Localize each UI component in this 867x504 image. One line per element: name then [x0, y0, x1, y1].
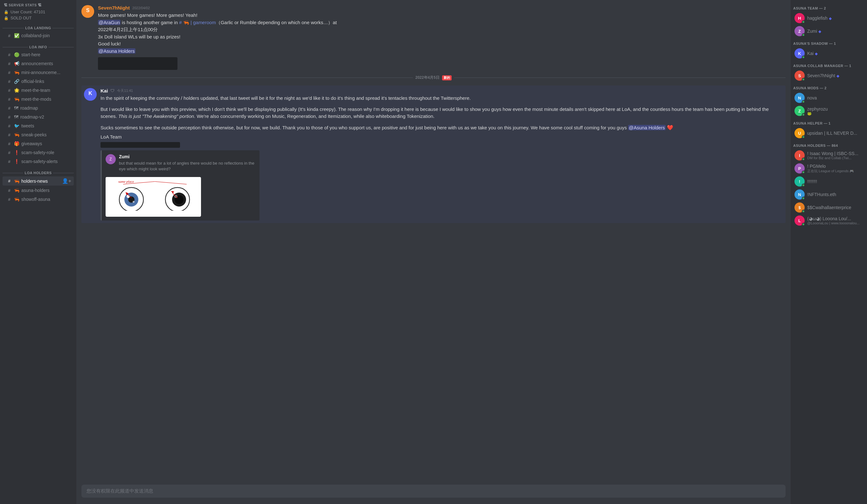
category-loa-info: LOA INFO [0, 40, 76, 50]
hash-icon: # [6, 88, 12, 93]
member-name-upsidan: upsidan | ILL NEVER D... [807, 131, 863, 136]
channel-showoff-asuna[interactable]: # 🦐 showoff-asuna [2, 195, 74, 204]
member-name-zumi: Zumi ◆ [807, 29, 863, 34]
channel-announcements[interactable]: # 📢 announcements [2, 59, 74, 68]
member-looona-lou[interactable]: L (◕ω◕) Looona Lou/... @LooonaLou | www.… [792, 214, 866, 227]
member-name-nova: nova [807, 95, 863, 100]
member-pgmelo[interactable]: P ! PGMelo 正在玩 League of Legends 🎮 [792, 162, 866, 175]
channel-scam-safety-alerts[interactable]: # ❗ scam-safety-alerts [2, 157, 74, 166]
channel-sneak-peeks[interactable]: # 🦐 sneak-peeks [2, 131, 74, 139]
member-nfthunts[interactable]: N !NFTHunts.eth [792, 188, 866, 201]
mention-aragun[interactable]: @AraGun [98, 20, 120, 25]
member-nova[interactable]: N nova [792, 91, 866, 104]
isaac-status: DM for Biz and Collab (Twi... [807, 156, 863, 160]
channel-giveaways[interactable]: # 🎁 giveaways [2, 140, 74, 148]
member-exclamations[interactable]: ! !!!!!!!! [792, 175, 866, 188]
category-loa-holders: LOA HOLDERS [0, 166, 76, 176]
avatar-isaac-wong: I [794, 150, 805, 161]
category-asuna-mods: ASUNA MODS — 2 [791, 82, 867, 91]
main-chat-area: S Seven7hNight 2022/04/02 More games! Mo… [76, 0, 791, 504]
blurred-bar-2 [100, 142, 180, 148]
channel-holders-news[interactable]: # 🦐 holders-news 👤+ [2, 176, 74, 186]
online-dot-looona [802, 223, 805, 226]
member-kai[interactable]: K Kai ◆ [792, 47, 866, 60]
member-name-kai: Kai ◆ [807, 51, 863, 56]
mod-shield-icon: 🛡 [110, 88, 115, 93]
member-zephyrozu[interactable]: Z zephyrozu 🐸 [792, 105, 866, 117]
timestamp: 2022/04/02 [132, 6, 150, 10]
heart-emoji: ❤️ [667, 125, 673, 130]
member-hagglefish[interactable]: H hagglefish ◆ [792, 12, 866, 24]
member-name-nfthunts: !NFTHunts.eth [807, 192, 863, 197]
right-sidebar: ASUNA TEAM — 2 H hagglefish ◆ Z Zumi ◆ A… [791, 0, 867, 504]
hash-icon: # [6, 188, 12, 193]
online-dot-exclamations [802, 184, 805, 187]
pgmelo-status: 正在玩 League of Legends 🎮 [807, 169, 863, 174]
channel-asuna-holders[interactable]: # 🦐 asuna-holders [2, 186, 74, 195]
hash-icon: # [6, 53, 12, 57]
embed-inner: Z Zumi but that would mean for a lot of … [106, 154, 256, 172]
avatar-seven7hnight-right: S [794, 70, 805, 81]
channel-scam-safety-role[interactable]: # ❗ scam-safety-role [2, 149, 74, 157]
avatar-cwalhalla: $ [794, 202, 805, 212]
mention-asuna-holders[interactable]: @Asuna Holders [98, 48, 136, 54]
eye-svg [111, 182, 200, 211]
online-dot-seven7hnight [802, 78, 805, 81]
member-isaac-wong[interactable]: I ! Isaac Wong | ISBC-SS... DM for Biz a… [792, 149, 866, 162]
channel-official-links[interactable]: # 🔗 official-links [2, 77, 74, 86]
embed-author-name: Zumi [119, 154, 256, 159]
avatar-zumi: Z [794, 26, 805, 36]
channel-roadmap[interactable]: # 🗺 roadmap [2, 104, 74, 112]
left-sidebar: 🏗 SERVER STATS 🏗 🔒 User Count: 47101 🔒 S… [0, 0, 76, 504]
channel-meet-the-team[interactable]: # 🌟 meet-the-team [2, 86, 74, 95]
add-member-icon[interactable]: 👤+ [62, 178, 71, 184]
lock-icon: 🔒 [4, 10, 9, 14]
svg-point-8 [132, 201, 135, 203]
embed-avatar-zumi: Z [106, 154, 116, 164]
member-name-exclamations: !!!!!!!! [807, 179, 863, 184]
author-name: Seven7hNight [98, 5, 130, 11]
online-dot-zephyrozu [802, 113, 805, 116]
channel-link-gameroom[interactable]: # 🦐 | gameroom [179, 20, 216, 25]
online-dot-upsidan [802, 135, 805, 139]
mention-asuna-holders-2[interactable]: @Asuna Holders [628, 125, 666, 130]
channel-collabland-join[interactable]: # ✅ collabland-join [2, 32, 74, 40]
online-dot-pgmelo [802, 171, 805, 174]
online-dot-kai [802, 56, 805, 59]
date-divider-april5: 2022年4月5日 新的 [82, 75, 785, 80]
sold-out-row: 🔒 SOLD OUT [0, 15, 76, 21]
member-upsidan[interactable]: U upsidan | ILL NEVER D... [792, 127, 866, 140]
hash-icon: # [6, 61, 12, 66]
lock-icon-2: 🔒 [4, 16, 9, 20]
channel-mini-announcements[interactable]: # 🦐 mini-announceme... [2, 68, 74, 77]
hash-icon: # [6, 159, 12, 164]
avatar-exclamations: ! [794, 176, 805, 187]
message-group-seven7hnight: S Seven7hNight 2022/04/02 More games! Mo… [82, 5, 785, 70]
user-count-row: 🔒 User Count: 47101 [0, 9, 76, 15]
member-name-hagglefish: hagglefish ◆ [807, 15, 863, 21]
avatar-kai: K [84, 88, 97, 101]
hash-icon: # [6, 141, 12, 146]
member-zumi[interactable]: Z Zumi ◆ [792, 25, 866, 37]
channel-roadmap-v2[interactable]: # 🗺 roadmap-v2 [2, 113, 74, 121]
avatar-hagglefish: H [794, 13, 805, 23]
channel-meet-the-mods[interactable]: # 🦐 meet-the-mods [2, 95, 74, 103]
avatar-looona-lou: L [794, 216, 805, 226]
avatar-nfthunts: N [794, 189, 805, 199]
member-seven7hnight[interactable]: S Seven7hNight ◆ [792, 69, 866, 82]
member-cwalhalla[interactable]: $ $$Cwalhallaenterprice [792, 201, 866, 214]
category-asunas-shadow: ASUNA'S SHADOW — 1 [791, 38, 867, 47]
svg-marker-15 [171, 191, 174, 193]
hash-icon: # [6, 79, 12, 84]
member-name-pgmelo: ! PGMelo [807, 164, 863, 169]
looona-status: @LooonaLou | www.loooonalou... [807, 221, 863, 225]
member-name-looona: (◕ω◕) Looona Lou/... [807, 216, 863, 221]
avatar-seven7hnight: S [82, 5, 94, 18]
channel-start-here[interactable]: # 🟢 start-here [2, 51, 74, 59]
svg-text:S: S [86, 8, 90, 13]
message-text-kai-1: In the spirit of keeping the community /… [100, 95, 783, 102]
member-name-isaac: ! Isaac Wong | ISBC-SS... [807, 151, 863, 156]
channel-tweets[interactable]: # 🐦 tweets [2, 122, 74, 130]
category-asuna-holders: ASUNA HOLDERS — 864 [791, 140, 867, 149]
online-dot-isaac [802, 157, 805, 161]
